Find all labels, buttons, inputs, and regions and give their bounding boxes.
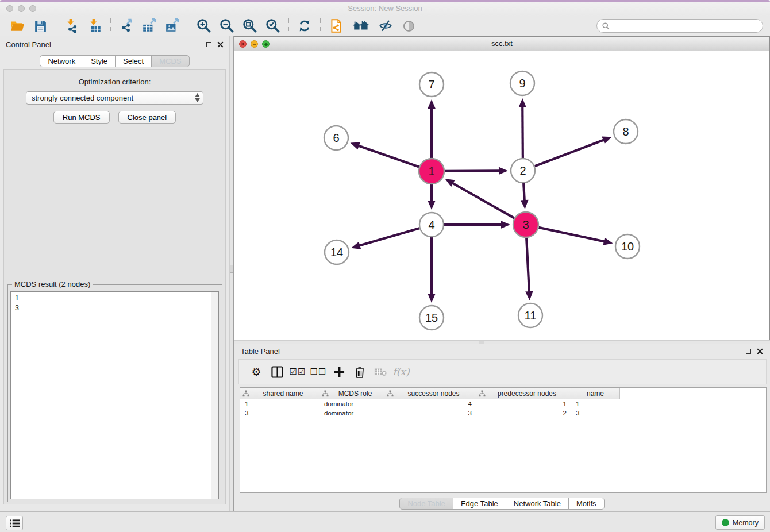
- graph-node-14[interactable]: 14: [325, 240, 349, 264]
- graph-node-10[interactable]: 10: [615, 234, 640, 259]
- graph-edge-4-15[interactable]: [428, 237, 436, 303]
- mcds-result-item: 3: [15, 303, 214, 313]
- search-icon: [602, 22, 610, 30]
- toolbar-separator: [288, 18, 289, 33]
- close-panel-icon[interactable]: [757, 348, 763, 354]
- table-tabs: Node TableEdge TableNetwork TableMotifs: [234, 498, 770, 510]
- graph-edge-3-11[interactable]: [525, 238, 533, 300]
- graph-node-label: 2: [519, 164, 526, 177]
- function-builder-icon: f(x): [391, 363, 411, 380]
- homes-icon[interactable]: [351, 18, 371, 34]
- graph-node-4[interactable]: 4: [419, 213, 444, 237]
- memory-button[interactable]: Memory: [715, 515, 765, 530]
- column-header-successor-nodes[interactable]: successor nodes: [384, 388, 476, 399]
- select-all-columns-icon[interactable]: ☑☑: [287, 363, 308, 380]
- graph-edge-4-14[interactable]: [351, 228, 419, 249]
- close-panel-button[interactable]: Close panel: [118, 111, 176, 124]
- network-view-window: scc.txt 7968124314101511: [234, 36, 770, 340]
- export-table-icon[interactable]: [141, 18, 157, 34]
- graph-edge-4-3[interactable]: [444, 221, 510, 229]
- network-window-titlebar[interactable]: scc.txt: [234, 37, 769, 51]
- horizontal-splitter[interactable]: [234, 340, 770, 344]
- tab-select[interactable]: Select: [115, 55, 152, 67]
- graph-node-9[interactable]: 9: [510, 71, 534, 95]
- import-table-icon[interactable]: [87, 18, 103, 34]
- open-session-icon[interactable]: [9, 18, 25, 34]
- search-input[interactable]: [596, 19, 763, 33]
- control-panel: Control Panel NetworkStyleSelectMCDS Opt…: [0, 36, 229, 511]
- titlebar-accent: [0, 0, 770, 2]
- graph-edge-2-3[interactable]: [521, 183, 529, 209]
- zoom-in-icon[interactable]: [196, 18, 212, 34]
- graph-edge-2-9[interactable]: [518, 98, 526, 158]
- zoom-out-icon[interactable]: [219, 18, 235, 34]
- eye-icon[interactable]: [401, 18, 417, 34]
- criterion-select[interactable]: strongly connected component: [26, 91, 203, 105]
- unselect-all-columns-icon[interactable]: ☐☐: [308, 363, 329, 380]
- graph-node-2[interactable]: 2: [511, 159, 535, 183]
- search-field[interactable]: [610, 20, 763, 32]
- table-settings-gear-icon[interactable]: ⚙: [246, 363, 267, 380]
- zoom-fit-icon[interactable]: [242, 18, 258, 34]
- graph-edge-1-4[interactable]: [428, 184, 436, 210]
- graph-edge-1-2[interactable]: [445, 167, 508, 175]
- graph-edge-3-1[interactable]: [445, 179, 514, 218]
- refresh-icon[interactable]: [297, 18, 313, 34]
- graph-node-label: 4: [428, 218, 434, 231]
- create-column-icon[interactable]: [329, 363, 349, 380]
- vertical-splitter[interactable]: [229, 36, 234, 511]
- float-panel-icon[interactable]: [206, 42, 211, 47]
- tab-style[interactable]: Style: [83, 55, 116, 67]
- mcds-result-title: MCDS result (2 nodes): [12, 280, 93, 288]
- graph-node-8[interactable]: 8: [614, 119, 638, 144]
- table-cell: 3: [571, 408, 620, 418]
- column-header-shared-name[interactable]: shared name: [240, 388, 319, 399]
- tab-network[interactable]: Network: [40, 55, 83, 67]
- memory-label: Memory: [733, 519, 759, 527]
- eye-slash-icon[interactable]: [378, 18, 394, 34]
- table-cell: 1: [571, 399, 620, 408]
- control-panel-tabs: NetworkStyleSelectMCDS: [0, 55, 229, 67]
- splitter-grip[interactable]: [230, 265, 233, 273]
- graph-edge-2-8[interactable]: [535, 137, 612, 167]
- tab-node-table[interactable]: Node Table: [399, 498, 453, 510]
- table-row[interactable]: 1dominator411: [240, 399, 766, 408]
- delete-column-icon[interactable]: [349, 363, 370, 380]
- graph-node-3[interactable]: 3: [513, 212, 538, 237]
- zoom-selected-icon[interactable]: [265, 18, 281, 34]
- graph-edge-1-7[interactable]: [428, 99, 436, 158]
- graph-edge-3-10[interactable]: [538, 228, 613, 245]
- memory-status-icon: [722, 519, 729, 526]
- column-header-name[interactable]: name: [571, 388, 620, 399]
- network-canvas[interactable]: 7968124314101511: [234, 51, 769, 340]
- column-header-MCDS-role[interactable]: MCDS role: [319, 388, 384, 399]
- run-mcds-button[interactable]: Run MCDS: [53, 111, 110, 124]
- mcds-result-list: 13: [10, 291, 219, 499]
- network-window-title: scc.txt: [234, 39, 769, 48]
- graph-node-label: 1: [428, 165, 434, 178]
- result-scrollbar[interactable]: [211, 292, 218, 499]
- graph-node-7[interactable]: 7: [419, 72, 444, 97]
- tab-mcds[interactable]: MCDS: [151, 55, 189, 67]
- graph-edge-1-6[interactable]: [351, 142, 419, 167]
- tab-network-table[interactable]: Network Table: [506, 498, 569, 510]
- graph-node-1[interactable]: 1: [419, 159, 444, 184]
- import-network-icon[interactable]: [64, 18, 80, 34]
- table-row[interactable]: 3dominator323: [240, 408, 766, 418]
- export-network-icon[interactable]: [118, 18, 134, 34]
- header-filler: [620, 388, 766, 399]
- column-header-predecessor-nodes[interactable]: predecessor nodes: [476, 388, 571, 399]
- graph-node-6[interactable]: 6: [324, 126, 348, 150]
- save-session-icon[interactable]: [32, 18, 48, 34]
- float-panel-icon[interactable]: [746, 349, 751, 354]
- document-network-icon[interactable]: [328, 18, 344, 34]
- show-columns-icon[interactable]: [267, 363, 287, 380]
- task-history-button[interactable]: [6, 516, 23, 530]
- tab-motifs[interactable]: Motifs: [568, 498, 605, 510]
- graph-node-label: 15: [425, 311, 438, 324]
- export-image-icon[interactable]: [164, 18, 180, 34]
- close-panel-icon[interactable]: [217, 41, 224, 48]
- graph-node-15[interactable]: 15: [419, 306, 444, 330]
- graph-node-11[interactable]: 11: [518, 303, 542, 327]
- tab-edge-table[interactable]: Edge Table: [453, 498, 506, 510]
